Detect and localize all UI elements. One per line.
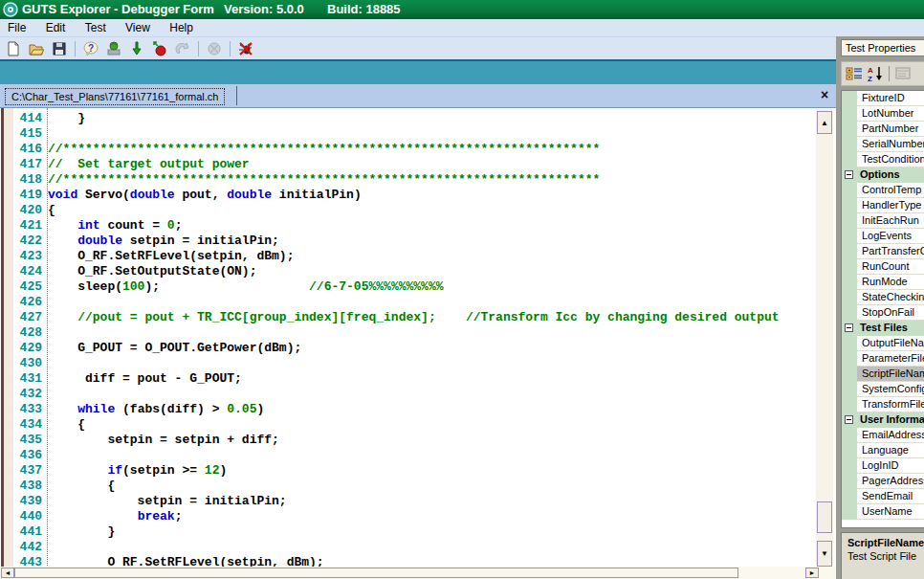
property-row[interactable]: RunMode (842, 275, 924, 290)
property-row[interactable]: UserName (842, 504, 924, 520)
code-line[interactable]: { (48, 479, 813, 494)
code-line[interactable]: { (48, 417, 813, 433)
menu-edit[interactable]: Edit (41, 19, 75, 36)
code-line[interactable]: //**************************************… (48, 172, 813, 188)
step-into-button[interactable] (126, 39, 147, 58)
open-file-button[interactable] (26, 39, 47, 58)
code-line[interactable]: sleep(100); //6-7-05%%%%%%%%%% (48, 279, 813, 295)
code-line[interactable]: int count = 0; (48, 218, 813, 234)
save-button[interactable] (49, 39, 70, 58)
property-row[interactable]: EmailAddress (842, 428, 924, 443)
code-line[interactable]: G_POUT = O_POUT.GetPower(dBm); (48, 341, 813, 356)
category-indent-bar (842, 458, 857, 474)
menu-file[interactable]: File (3, 19, 34, 36)
menu-test[interactable]: Test (80, 19, 115, 36)
property-row[interactable]: LogInID (842, 458, 924, 474)
menu-view[interactable]: View (121, 19, 159, 36)
scroll-left-button[interactable]: ◄ (1, 568, 14, 578)
scroll-right-button[interactable]: ► (805, 568, 819, 578)
code-line[interactable] (48, 387, 813, 402)
code-line[interactable]: //**************************************… (48, 142, 813, 157)
code-line[interactable]: } (48, 111, 813, 126)
property-name: RunMode (857, 275, 924, 290)
code-lines[interactable]: }//*************************************… (48, 111, 813, 567)
property-row[interactable]: LogEvents (842, 229, 924, 244)
property-row[interactable]: TestCondition (842, 152, 924, 167)
code-line[interactable]: O_RF.SetRFLevel(setpin, dBm); (48, 249, 813, 264)
code-line[interactable]: void Servo(double pout, double initialPi… (48, 188, 813, 203)
property-name: SerialNumber (857, 137, 924, 152)
code-line[interactable]: O_RF.SetOutputState(ON); (48, 264, 813, 279)
code-line[interactable]: double setpin = initialPin; (48, 234, 813, 249)
code-line[interactable]: while (fabs(diff) > 0.05) (48, 402, 813, 417)
code-line[interactable]: diff = pout - G_POUT; (48, 371, 813, 387)
property-row[interactable]: StateChecking (842, 290, 924, 305)
help-button[interactable]: ? (80, 39, 101, 58)
code-line[interactable] (48, 448, 813, 463)
run-to-button[interactable] (149, 39, 170, 58)
line-number: 426 (13, 295, 46, 310)
tab-close-icon[interactable]: × (821, 87, 828, 102)
property-row[interactable]: InitEachRun (842, 213, 924, 229)
run-script-button[interactable] (103, 39, 124, 58)
code-line[interactable] (48, 295, 813, 310)
code-editor[interactable]: 4144154164174184194204214224234244254264… (0, 107, 836, 567)
property-row[interactable]: Language (842, 443, 924, 458)
property-name: ParameterFiles (857, 351, 924, 367)
property-grid[interactable]: FixtureIDLotNumberPartNumberSerialNumber… (841, 90, 924, 528)
svg-text:A: A (868, 66, 873, 75)
property-row[interactable]: FixtureID (842, 91, 924, 106)
code-line[interactable] (48, 325, 813, 341)
code-line[interactable]: } (48, 524, 813, 540)
code-line[interactable]: if(setpin >= 12) (48, 463, 813, 479)
code-line[interactable]: O_RF.SetRFLevel(setpin, dBm); (48, 555, 813, 567)
title-bar: GUTS Explorer - Debugger Form Version: 5… (0, 0, 924, 19)
property-row[interactable]: SystemConfigFile (842, 382, 924, 397)
horizontal-scroll-thumb[interactable] (14, 568, 738, 578)
property-row[interactable]: OutputFileName (842, 336, 924, 351)
tab-file[interactable]: C:\Char_Test_Plans\77161\77161_formal.ch (5, 88, 225, 105)
collapse-icon[interactable] (845, 415, 853, 424)
vertical-scroll-thumb[interactable] (817, 501, 832, 533)
property-row[interactable]: ScriptFileName (842, 367, 924, 382)
collapse-icon[interactable] (845, 170, 853, 179)
code-line[interactable] (48, 126, 813, 142)
code-line[interactable]: //pout = pout + TR_ICC[group_index][freq… (48, 310, 813, 325)
property-name: SendEmail (857, 489, 924, 504)
sort-alphabetical-button[interactable]: A Z (865, 64, 886, 83)
menu-help[interactable]: Help (165, 19, 202, 36)
stop-debugging-button[interactable] (235, 39, 256, 58)
code-line[interactable]: // Set target output power (48, 157, 813, 172)
property-row[interactable]: SendEmail (842, 489, 924, 504)
line-number-gutter: 4144154164174184194204214224234244254264… (13, 111, 46, 567)
property-category-row[interactable]: Options (842, 167, 924, 183)
property-category-row[interactable]: User Information (842, 412, 924, 428)
code-line[interactable]: { (48, 203, 813, 218)
property-row[interactable]: ParameterFiles (842, 351, 924, 367)
property-row[interactable]: LotNumber (842, 106, 924, 122)
property-row[interactable]: StopOnFail (842, 305, 924, 321)
property-row[interactable]: PagerAddress (842, 474, 924, 489)
property-row[interactable]: RunCount (842, 259, 924, 275)
collapse-icon[interactable] (845, 323, 853, 332)
property-row[interactable]: HandlerType (842, 198, 924, 213)
code-line[interactable]: break; (48, 509, 813, 524)
property-row[interactable]: TransformFile (842, 397, 924, 412)
new-file-button[interactable] (3, 39, 24, 58)
code-line[interactable] (48, 540, 813, 555)
code-line[interactable]: setpin = initialPin; (48, 494, 813, 509)
categorized-button[interactable] (844, 64, 865, 83)
property-row[interactable]: PartNumber (842, 122, 924, 137)
category-indent-bar (842, 474, 857, 489)
code-line[interactable]: setpin = setpin + diff; (48, 433, 813, 448)
scroll-up-button[interactable]: ▲ (817, 111, 832, 134)
property-row[interactable]: ControlTemp (842, 183, 924, 198)
tab-separator (236, 86, 237, 105)
property-name: StopOnFail (857, 305, 924, 321)
property-row[interactable]: SerialNumber (842, 137, 924, 152)
code-line[interactable] (48, 356, 813, 371)
property-row[interactable]: PartTransferCount (842, 244, 924, 259)
scroll-down-button[interactable]: ▼ (817, 541, 832, 567)
property-category-row[interactable]: Test Files (842, 321, 924, 336)
line-number: 423 (13, 249, 46, 264)
